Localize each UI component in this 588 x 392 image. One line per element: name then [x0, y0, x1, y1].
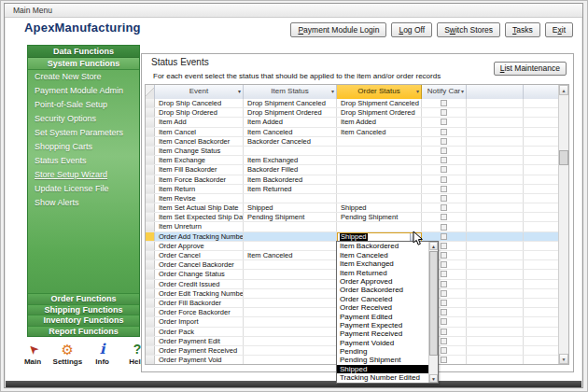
- row-selector[interactable]: [146, 156, 155, 164]
- cell-event[interactable]: Item Revise: [155, 194, 244, 203]
- sidebar-item-store-setup-wizard[interactable]: Store Setup Wizard: [28, 168, 139, 182]
- sidebar-section-shipping-functions[interactable]: Shipping Functions: [28, 304, 139, 315]
- notify-checkbox[interactable]: [441, 252, 447, 259]
- cell-item-status[interactable]: Drop Shipment Canceled: [244, 99, 337, 107]
- notify-checkbox[interactable]: [441, 347, 447, 354]
- cell-item-status[interactable]: [244, 147, 337, 155]
- cell-order-status[interactable]: [337, 156, 422, 164]
- row-selector[interactable]: [146, 128, 155, 136]
- notify-checkbox[interactable]: [441, 214, 447, 220]
- main-button[interactable]: ➤Main: [17, 342, 49, 366]
- notify-checkbox[interactable]: [441, 329, 447, 335]
- dropdown-option-shipped[interactable]: Shipped: [337, 365, 428, 373]
- row-selector[interactable]: [146, 108, 155, 117]
- cell-order-status[interactable]: [337, 194, 422, 203]
- cell-event[interactable]: Drop Ship Canceled: [155, 99, 244, 107]
- cell-item-status[interactable]: [244, 280, 337, 288]
- cell-item-status[interactable]: Item Canceled: [244, 251, 337, 259]
- row-selector[interactable]: [146, 213, 155, 221]
- cell-event[interactable]: Order Cancel: [155, 251, 244, 259]
- cell-event[interactable]: Item Cancel: [155, 128, 244, 136]
- notify-checkbox[interactable]: [441, 271, 447, 277]
- scroll-up-icon[interactable]: ▲: [429, 242, 438, 250]
- notify-checkbox[interactable]: [441, 195, 447, 202]
- row-selector[interactable]: [146, 99, 155, 107]
- notify-checkbox[interactable]: [441, 157, 447, 163]
- sidebar-item-payment-module-admin[interactable]: Payment Module Admin: [28, 84, 139, 98]
- row-selector[interactable]: [146, 185, 155, 193]
- chevron-down-icon[interactable]: ▾: [416, 85, 419, 98]
- sidebar-item-security-options[interactable]: Security Options: [28, 112, 139, 126]
- cell-item-status[interactable]: Backorder Filled: [244, 165, 337, 174]
- chevron-down-icon[interactable]: ▾: [461, 85, 464, 98]
- cell-order-status[interactable]: Pending Shipment: [337, 213, 422, 221]
- scrollbar-thumb[interactable]: [429, 251, 438, 356]
- cell-item-status[interactable]: Item Added: [244, 118, 337, 126]
- sidebar-section-inventory-functions[interactable]: Inventory Functions: [28, 315, 139, 326]
- dropdown-option-payment-voided[interactable]: Payment Voided: [337, 339, 428, 347]
- cell-event[interactable]: Order Add Tracking Number: [155, 232, 244, 241]
- cell-event[interactable]: Order Credit Issued: [155, 280, 244, 288]
- cell-item-status[interactable]: [244, 308, 337, 316]
- cell-event[interactable]: Item Change Status: [155, 147, 244, 155]
- cell-item-status[interactable]: [244, 317, 337, 326]
- sidebar-item-update-license-file[interactable]: Update License File: [28, 182, 139, 196]
- chevron-down-icon[interactable]: ▾: [331, 85, 334, 98]
- cell-event[interactable]: Order Cancel Backorder: [155, 260, 244, 269]
- cell-item-status[interactable]: Item Backordered: [244, 175, 337, 184]
- header-item-status[interactable]: Item Status▾: [244, 85, 337, 99]
- notify-checkbox[interactable]: [441, 138, 447, 145]
- cell-item-status[interactable]: Backorder Canceled: [244, 137, 337, 146]
- order-status-combo[interactable]: Shipped▼: [337, 232, 422, 242]
- row-selector[interactable]: [146, 317, 155, 326]
- sidebar-item-set-system-parameters[interactable]: Set System Parameters: [28, 126, 139, 140]
- cell-item-status[interactable]: Item Canceled: [244, 128, 337, 136]
- header-blank-1[interactable]: [467, 85, 524, 99]
- cell-event[interactable]: Order Import: [155, 317, 244, 326]
- row-selector[interactable]: [146, 137, 155, 146]
- sidebar-section-order-functions[interactable]: Order Functions: [28, 293, 139, 304]
- cell-event[interactable]: Item Cancel Backorder: [155, 137, 244, 146]
- cell-event[interactable]: Order Force Backorder: [155, 308, 244, 316]
- header-event[interactable]: Event▾: [155, 85, 244, 99]
- sidebar-item-shopping-carts[interactable]: Shopping Carts: [28, 140, 139, 154]
- cell-order-status[interactable]: Item Canceled: [337, 128, 422, 136]
- cell-event[interactable]: Order Payment Void: [155, 356, 244, 364]
- dropdown-option-tracking-number-edited[interactable]: Tracking Number Edited: [337, 373, 428, 382]
- cell-event[interactable]: Item Set Expected Ship Date: [155, 213, 244, 221]
- row-selector[interactable]: [146, 251, 155, 259]
- row-selector[interactable]: [146, 346, 155, 355]
- dropdown-option-order-received[interactable]: Order Received: [337, 303, 428, 312]
- row-selector[interactable]: [146, 280, 155, 288]
- row-selector[interactable]: [146, 194, 155, 203]
- scroll-down-icon[interactable]: ▼: [559, 354, 568, 364]
- notify-checkbox[interactable]: [441, 119, 447, 125]
- notify-checkbox[interactable]: [441, 309, 447, 315]
- header-order-status[interactable]: Order Status▾: [337, 85, 422, 99]
- cell-item-status[interactable]: [244, 346, 337, 355]
- row-selector[interactable]: [146, 242, 155, 250]
- window-titlebar[interactable]: Main Menu: [5, 4, 582, 18]
- notify-checkbox[interactable]: [441, 357, 447, 363]
- row-selector[interactable]: [146, 289, 155, 298]
- dropdown-option-pending[interactable]: Pending: [337, 347, 428, 356]
- notify-checkbox[interactable]: [441, 109, 447, 116]
- dropdown-option-order-canceled[interactable]: Order Canceled: [337, 295, 428, 303]
- notify-checkbox[interactable]: [441, 166, 447, 173]
- row-selector[interactable]: [146, 232, 155, 241]
- row-selector[interactable]: [146, 118, 155, 126]
- sidebar-section-data-functions[interactable]: Data Functions: [28, 46, 139, 58]
- cell-item-status[interactable]: [244, 260, 337, 269]
- sidebar-item-point-of-sale-setup[interactable]: Point-of-Sale Setup: [28, 98, 139, 112]
- cell-item-status[interactable]: Pending Shipment: [244, 213, 337, 221]
- notify-checkbox[interactable]: [441, 204, 447, 211]
- cell-event[interactable]: Item Add: [155, 118, 244, 126]
- notify-checkbox[interactable]: [441, 300, 447, 306]
- info-button[interactable]: iInfo: [87, 342, 119, 366]
- dropdown-option-payment-expected[interactable]: Payment Expected: [337, 321, 428, 329]
- row-selector[interactable]: [146, 299, 155, 307]
- cell-event[interactable]: Order Edit Tracking Number: [155, 289, 244, 298]
- notify-checkbox[interactable]: [441, 318, 447, 325]
- cell-order-status[interactable]: Item Added: [337, 118, 422, 126]
- cell-item-status[interactable]: [244, 232, 337, 241]
